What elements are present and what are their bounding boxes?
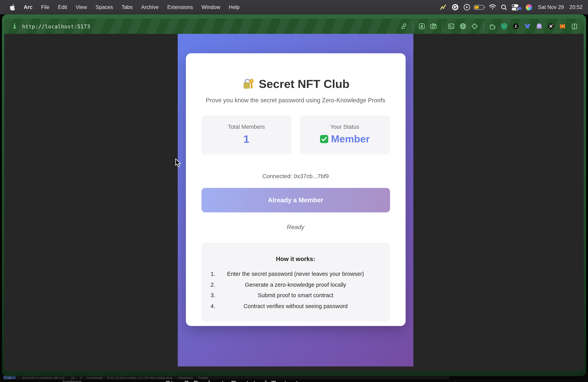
site-info-icon[interactable]: i: [13, 23, 16, 30]
total-members-value: 1: [201, 133, 292, 146]
bluesky-icon[interactable]: [524, 22, 532, 30]
address-bar[interactable]: i http://localhost:5173: [4, 23, 90, 30]
toolbar-actions: L: [400, 22, 584, 31]
loom-icon[interactable]: L: [512, 22, 520, 30]
stocks-icon[interactable]: [438, 3, 449, 11]
total-members-box: Total Members 1: [201, 116, 292, 154]
ghostery-icon[interactable]: [535, 22, 543, 30]
control-center-icon[interactable]: [510, 3, 523, 11]
play-circle-icon[interactable]: [461, 3, 473, 11]
link-icon[interactable]: [400, 22, 408, 30]
your-status-box: Your Status Member: [300, 116, 390, 154]
x-wallet-icon[interactable]: [547, 22, 555, 30]
metamask-icon[interactable]: [558, 22, 567, 30]
wifi-icon[interactable]: [487, 3, 498, 11]
siri-icon[interactable]: [523, 3, 535, 11]
search-icon[interactable]: [498, 3, 510, 11]
toolbar-divider: [483, 22, 484, 31]
battery-icon[interactable]: [473, 3, 487, 11]
menu-window[interactable]: Window: [197, 4, 224, 10]
how-it-works-title: How it works:: [210, 255, 381, 263]
target-icon[interactable]: [471, 22, 479, 30]
page-title: Secret NFT Club: [201, 77, 390, 91]
menu-view[interactable]: View: [71, 4, 91, 10]
image-icon[interactable]: [418, 22, 426, 30]
apple-icon: [10, 4, 15, 10]
privacy-shield-icon[interactable]: [500, 22, 508, 30]
connected-address: Connected: 0x37cb...7bf9: [201, 173, 390, 179]
svg-text:L: L: [514, 24, 517, 28]
how-step: Generate a zero-knowledge proof locally: [210, 281, 381, 288]
menu-help[interactable]: Help: [224, 4, 244, 10]
background-tab-title: Symbiosis: [62, 379, 82, 382]
menu-extensions[interactable]: Extensions: [163, 4, 197, 10]
how-step: Submit proof to smart contract: [210, 292, 381, 298]
menu-spaces[interactable]: Spaces: [91, 4, 117, 10]
background-window-titlebar: Symbiosis Step 7: Deploy to Rootstock Te…: [0, 379, 588, 382]
globe-icon[interactable]: [459, 22, 467, 30]
locked-with-key-icon: [242, 77, 255, 91]
member-status-value: Member: [300, 133, 390, 145]
menu-edit[interactable]: Edit: [54, 4, 72, 10]
split-view-icon[interactable]: [570, 22, 578, 30]
stat-label: Total Members: [201, 124, 292, 130]
browser-viewport: Secret NFT Club Prove you know the secre…: [4, 34, 584, 371]
check-mark-icon: [320, 135, 329, 144]
secret-nft-club-card: Secret NFT Club Prove you know the secre…: [186, 53, 405, 326]
titlebar-divider: [455, 379, 455, 382]
background-document-heading: Step 7: Deploy to Rootstock Testnet: [165, 379, 298, 382]
toolbar-divider: [413, 22, 413, 31]
screen: Arc File Edit View Spaces Tabs Archive E…: [0, 0, 588, 382]
already-member-button[interactable]: Already a Member: [201, 188, 390, 212]
menubar-date[interactable]: Sat Nov 29: [538, 4, 564, 10]
mouse-cursor: [175, 158, 182, 168]
stat-label: Your Status: [300, 124, 390, 130]
grammarly-icon[interactable]: [449, 3, 461, 11]
menubar-status: Sat Nov 29 20:52: [438, 3, 588, 11]
page-subtitle: Prove you know the secret password using…: [201, 97, 390, 104]
menubar-menus: Arc File Edit View Spaces Tabs Archive E…: [0, 4, 244, 10]
camera-icon[interactable]: [429, 22, 438, 30]
menu-arc[interactable]: Arc: [20, 4, 37, 10]
how-it-works-list: Enter the secret password (never leaves …: [210, 271, 381, 309]
webpage-gradient-background: Secret NFT Club Prove you know the secre…: [178, 34, 413, 366]
how-step: Enter the secret password (never leaves …: [210, 271, 381, 277]
toolbar-divider: [442, 22, 442, 31]
arc-browser-window: i http://localhost:5173: [2, 14, 586, 376]
menu-archive[interactable]: Archive: [137, 4, 163, 10]
stats-row: Total Members 1 Your Status Member: [201, 116, 390, 154]
titlebar-divider: [40, 379, 40, 382]
member-status-text: Member: [331, 133, 370, 145]
how-it-works-box: How it works: Enter the secret password …: [201, 243, 390, 321]
extensions-puzzle-icon[interactable]: [488, 22, 497, 30]
terminal-icon[interactable]: [447, 22, 455, 30]
how-step: Contract verifies without seeing passwor…: [210, 303, 381, 309]
status-text: Ready: [201, 224, 390, 231]
apple-menu[interactable]: [5, 4, 20, 10]
macos-menubar: Arc File Edit View Spaces Tabs Archive E…: [0, 0, 588, 14]
browser-toolbar: i http://localhost:5173: [4, 19, 584, 34]
menubar-clock[interactable]: 20:52: [569, 4, 583, 10]
page-title-text: Secret NFT Club: [259, 77, 350, 91]
url-text[interactable]: http://localhost:5173: [22, 23, 90, 29]
menu-tabs[interactable]: Tabs: [117, 4, 137, 10]
menu-file[interactable]: File: [37, 4, 54, 10]
